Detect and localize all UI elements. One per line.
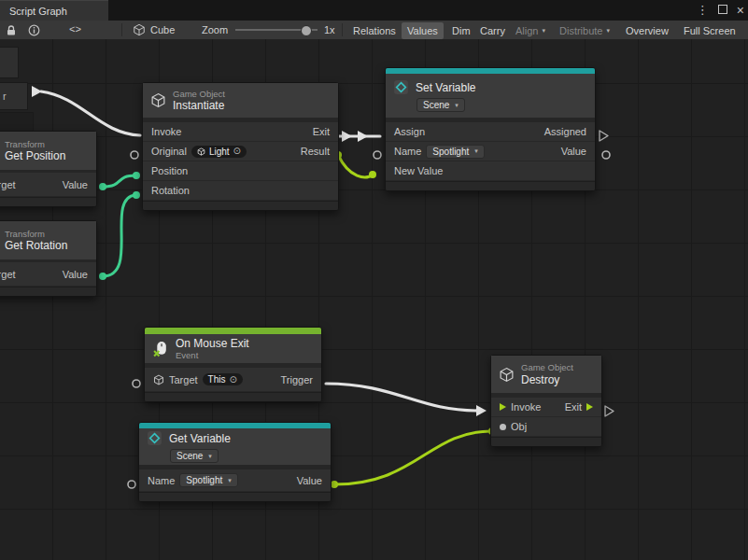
variable-name-dropdown[interactable]: Spotlight ▾ bbox=[179, 473, 237, 487]
overview-label: Overview bbox=[620, 22, 674, 39]
port-dot[interactable] bbox=[133, 172, 140, 179]
clipped-node-fragment[interactable]: r bbox=[0, 82, 28, 110]
port-label-value: Value bbox=[63, 269, 88, 280]
node-title: Get Variable bbox=[169, 432, 231, 445]
flow-arrow-icon bbox=[476, 405, 487, 416]
node-set-variable[interactable]: Set Variable Scene ▾ Assign Assigned Nam… bbox=[385, 67, 596, 191]
port-assigned-output[interactable] bbox=[600, 131, 608, 141]
overview-button[interactable]: Overview bbox=[620, 21, 674, 39]
carry-button[interactable]: Carry bbox=[474, 21, 511, 39]
node-footer bbox=[143, 201, 338, 210]
variable-icon bbox=[393, 79, 409, 95]
port-label-invoke: Invoke bbox=[151, 126, 181, 137]
value-port-icon[interactable] bbox=[500, 424, 506, 430]
port-name-input[interactable] bbox=[374, 151, 381, 159]
node-title: Instantiate bbox=[173, 99, 225, 112]
port-row: New Value bbox=[386, 161, 595, 181]
port-dot[interactable] bbox=[369, 171, 376, 178]
flow-out-arrow-icon[interactable] bbox=[586, 403, 593, 411]
port-dot[interactable] bbox=[99, 273, 106, 280]
port-exit-output[interactable] bbox=[605, 406, 614, 416]
port-dot[interactable] bbox=[133, 191, 140, 199]
object-field-value: Light bbox=[209, 147, 230, 157]
node-on-mouse-exit[interactable]: On Mouse Exit Event Target This ⊙ Trigge… bbox=[144, 327, 322, 402]
align-dropdown[interactable]: Align ▾ bbox=[510, 21, 551, 39]
zoom-slider[interactable] bbox=[235, 21, 318, 39]
port-label-assign: Assign bbox=[394, 126, 425, 137]
window-controls: ⋮ × bbox=[697, 0, 744, 21]
port-name-input[interactable] bbox=[128, 481, 135, 488]
object-field-value: This bbox=[208, 374, 226, 385]
node-header[interactable]: Set Variable Scene ▾ bbox=[386, 74, 595, 122]
node-header[interactable]: On Mouse Exit Event bbox=[145, 334, 321, 368]
object-field-this[interactable]: This ⊙ bbox=[203, 373, 243, 385]
graph-target-label: Cube bbox=[150, 24, 175, 35]
window-menu-icon[interactable]: ⋮ bbox=[697, 0, 709, 21]
close-icon[interactable]: × bbox=[737, 0, 744, 21]
node-header[interactable]: Game Object Instantiate bbox=[143, 83, 338, 122]
values-label: Values bbox=[402, 22, 444, 39]
port-label-value: Value bbox=[561, 146, 586, 157]
port-row: Assign Assigned bbox=[386, 122, 595, 142]
zoom-value: 1x bbox=[324, 21, 335, 39]
distribute-dropdown[interactable]: Distribute ▾ bbox=[554, 21, 615, 39]
port-label-original: Original bbox=[151, 146, 187, 157]
graph-target[interactable]: Cube bbox=[133, 21, 175, 39]
align-label: Align bbox=[515, 25, 538, 36]
port-row: Original Light ⊙ Result bbox=[143, 142, 338, 161]
variable-scope-dropdown[interactable]: Scene ▾ bbox=[170, 449, 219, 463]
port-dot[interactable] bbox=[331, 481, 338, 488]
node-header[interactable]: Transform Get Rotation bbox=[0, 221, 96, 262]
node-get-variable[interactable]: Get Variable Scene ▾ Name Spotlight ▾ Va… bbox=[138, 422, 332, 502]
clipped-node-fragment[interactable] bbox=[0, 47, 19, 78]
node-footer bbox=[0, 287, 96, 296]
graph-canvas[interactable]: r Transform Get Position Target Value Tr… bbox=[0, 39, 748, 560]
variable-icon bbox=[147, 430, 162, 446]
object-picker-icon[interactable]: ⊙ bbox=[233, 147, 241, 156]
values-button[interactable]: Values bbox=[402, 21, 444, 39]
wire-value-to-obj bbox=[334, 431, 491, 484]
port-dot[interactable] bbox=[99, 183, 106, 190]
node-footer bbox=[139, 492, 331, 501]
game-object-icon bbox=[197, 147, 205, 156]
node-subtitle: Event bbox=[176, 350, 249, 360]
node-instantiate[interactable]: Game Object Instantiate Invoke Exit Orig… bbox=[142, 82, 339, 211]
wire-getrotation-to-rotation bbox=[103, 195, 135, 276]
dim-label: Dim bbox=[446, 22, 476, 39]
node-header[interactable]: Transform Get Position bbox=[0, 132, 96, 173]
dim-button[interactable]: Dim bbox=[446, 21, 476, 39]
port-target-input[interactable] bbox=[133, 380, 140, 387]
fullscreen-button[interactable]: Full Screen bbox=[678, 21, 741, 39]
object-picker-icon[interactable]: ⊙ bbox=[229, 375, 236, 385]
carry-label: Carry bbox=[474, 22, 511, 39]
variable-name-value: Spotlight bbox=[432, 147, 469, 157]
node-subtitle: Game Object bbox=[521, 362, 573, 372]
zoom-slider-thumb[interactable] bbox=[301, 25, 312, 36]
wire-result-to-newvalue bbox=[338, 155, 373, 177]
object-field-light[interactable]: Light ⊙ bbox=[191, 146, 247, 158]
zoom-slider-track[interactable] bbox=[235, 29, 318, 31]
info-icon[interactable] bbox=[28, 21, 40, 39]
relations-button[interactable]: Relations bbox=[347, 21, 402, 39]
lock-icon[interactable] bbox=[6, 21, 17, 39]
variable-name-dropdown[interactable]: Spotlight ▾ bbox=[426, 145, 484, 159]
flow-in-arrow-icon[interactable] bbox=[500, 403, 506, 411]
port-row: Target Value bbox=[0, 173, 96, 197]
node-get-position[interactable]: Transform Get Position Target Value bbox=[0, 131, 97, 207]
node-destroy[interactable]: Game Object Destroy Invoke Exit Obj bbox=[490, 355, 602, 447]
node-get-rotation[interactable]: Transform Get Rotation Target Value bbox=[0, 220, 97, 297]
port-label-obj: Obj bbox=[511, 421, 527, 432]
variable-scope-value: Scene bbox=[423, 100, 449, 110]
clipped-node-fragment[interactable] bbox=[0, 112, 34, 133]
variable-scope-dropdown[interactable]: Scene ▾ bbox=[416, 98, 465, 112]
node-header[interactable]: Game Object Destroy bbox=[491, 356, 601, 398]
tab-script-graph[interactable]: Script Graph bbox=[0, 0, 108, 21]
port-row: Obj bbox=[491, 417, 601, 437]
node-header[interactable]: Get Variable Scene ▾ bbox=[139, 428, 331, 469]
port-original-input[interactable] bbox=[131, 151, 138, 159]
maximize-icon[interactable] bbox=[718, 0, 727, 21]
port-value-output[interactable] bbox=[602, 151, 610, 159]
port-row: Position bbox=[143, 161, 338, 181]
node-footer bbox=[386, 181, 595, 190]
code-view-icon[interactable]: <> bbox=[69, 21, 81, 39]
